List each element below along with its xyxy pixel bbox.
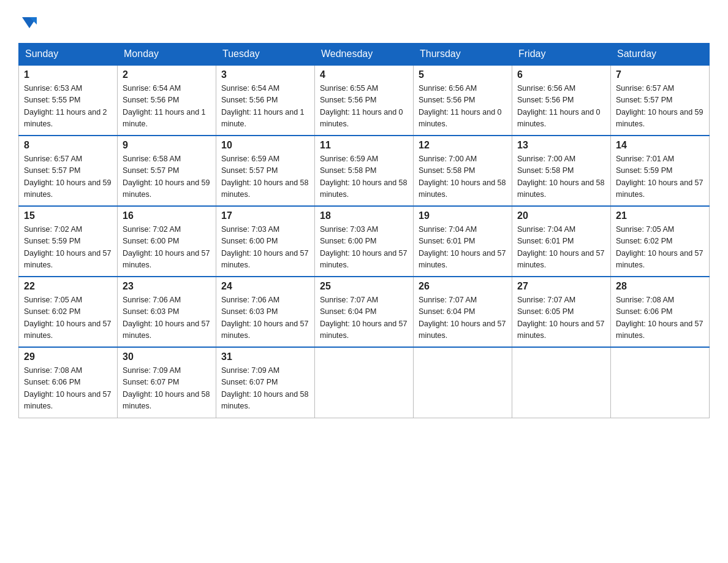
- day-info: Sunrise: 7:06 AMSunset: 6:03 PMDaylight:…: [221, 294, 309, 342]
- day-number: 23: [123, 281, 211, 292]
- day-info: Sunrise: 6:58 AMSunset: 5:57 PMDaylight:…: [123, 153, 211, 201]
- calendar-cell: 1 Sunrise: 6:53 AMSunset: 5:55 PMDayligh…: [19, 65, 118, 136]
- column-header-monday: Monday: [118, 44, 216, 66]
- column-header-wednesday: Wednesday: [315, 44, 414, 66]
- calendar-cell: 27 Sunrise: 7:07 AMSunset: 6:05 PMDaylig…: [512, 277, 611, 347]
- calendar-cell: 11 Sunrise: 6:59 AMSunset: 5:58 PMDaylig…: [315, 136, 414, 206]
- day-info: Sunrise: 6:57 AMSunset: 5:57 PMDaylight:…: [616, 83, 704, 131]
- column-header-saturday: Saturday: [611, 44, 710, 66]
- day-info: Sunrise: 7:04 AMSunset: 6:01 PMDaylight:…: [419, 224, 507, 272]
- calendar-table: SundayMondayTuesdayWednesdayThursdayFrid…: [18, 43, 710, 418]
- day-info: Sunrise: 7:01 AMSunset: 5:59 PMDaylight:…: [616, 153, 704, 201]
- column-header-thursday: Thursday: [414, 44, 512, 66]
- day-number: 17: [221, 210, 309, 221]
- calendar-cell: 25 Sunrise: 7:07 AMSunset: 6:04 PMDaylig…: [315, 277, 414, 347]
- calendar-cell: 31 Sunrise: 7:09 AMSunset: 6:07 PMDaylig…: [216, 347, 315, 418]
- calendar-cell: 2 Sunrise: 6:54 AMSunset: 5:56 PMDayligh…: [118, 65, 216, 136]
- day-number: 3: [221, 69, 309, 80]
- week-row-5: 29 Sunrise: 7:08 AMSunset: 6:06 PMDaylig…: [19, 347, 710, 418]
- day-number: 6: [517, 69, 605, 80]
- week-row-1: 1 Sunrise: 6:53 AMSunset: 5:55 PMDayligh…: [19, 65, 710, 136]
- day-info: Sunrise: 6:54 AMSunset: 5:56 PMDaylight:…: [123, 83, 211, 131]
- day-number: 4: [320, 69, 408, 80]
- calendar-cell: 14 Sunrise: 7:01 AMSunset: 5:59 PMDaylig…: [611, 136, 710, 206]
- day-info: Sunrise: 6:59 AMSunset: 5:58 PMDaylight:…: [320, 153, 408, 201]
- day-info: Sunrise: 7:06 AMSunset: 6:03 PMDaylight:…: [123, 294, 211, 342]
- day-info: Sunrise: 6:56 AMSunset: 5:56 PMDaylight:…: [517, 83, 605, 131]
- day-info: Sunrise: 7:09 AMSunset: 6:07 PMDaylight:…: [221, 365, 309, 413]
- day-info: Sunrise: 7:08 AMSunset: 6:06 PMDaylight:…: [616, 294, 704, 342]
- day-number: 8: [24, 140, 112, 151]
- calendar-cell: 17 Sunrise: 7:03 AMSunset: 6:00 PMDaylig…: [216, 206, 315, 277]
- day-number: 25: [320, 281, 408, 292]
- calendar-cell: 30 Sunrise: 7:09 AMSunset: 6:07 PMDaylig…: [118, 347, 216, 418]
- week-row-4: 22 Sunrise: 7:05 AMSunset: 6:02 PMDaylig…: [19, 277, 710, 347]
- day-info: Sunrise: 6:55 AMSunset: 5:56 PMDaylight:…: [320, 83, 408, 131]
- calendar-cell: 20 Sunrise: 7:04 AMSunset: 6:01 PMDaylig…: [512, 206, 611, 277]
- calendar-cell: [512, 347, 611, 418]
- calendar-cell: [611, 347, 710, 418]
- calendar-cell: 3 Sunrise: 6:54 AMSunset: 5:56 PMDayligh…: [216, 65, 315, 136]
- day-info: Sunrise: 7:00 AMSunset: 5:58 PMDaylight:…: [419, 153, 507, 201]
- day-number: 16: [123, 210, 211, 221]
- day-number: 19: [419, 210, 507, 221]
- day-info: Sunrise: 6:57 AMSunset: 5:57 PMDaylight:…: [24, 153, 112, 201]
- calendar-cell: 15 Sunrise: 7:02 AMSunset: 5:59 PMDaylig…: [19, 206, 118, 277]
- week-row-3: 15 Sunrise: 7:02 AMSunset: 5:59 PMDaylig…: [19, 206, 710, 277]
- calendar-header-row: SundayMondayTuesdayWednesdayThursdayFrid…: [19, 44, 710, 66]
- calendar-cell: [414, 347, 512, 418]
- day-number: 24: [221, 281, 309, 292]
- day-info: Sunrise: 6:53 AMSunset: 5:55 PMDaylight:…: [24, 83, 112, 131]
- calendar-cell: 4 Sunrise: 6:55 AMSunset: 5:56 PMDayligh…: [315, 65, 414, 136]
- day-info: Sunrise: 7:05 AMSunset: 6:02 PMDaylight:…: [24, 294, 112, 342]
- day-number: 27: [517, 281, 605, 292]
- calendar-cell: 13 Sunrise: 7:00 AMSunset: 5:58 PMDaylig…: [512, 136, 611, 206]
- calendar-cell: 26 Sunrise: 7:07 AMSunset: 6:04 PMDaylig…: [414, 277, 512, 347]
- day-info: Sunrise: 7:02 AMSunset: 5:59 PMDaylight:…: [24, 224, 112, 272]
- calendar-cell: 9 Sunrise: 6:58 AMSunset: 5:57 PMDayligh…: [118, 136, 216, 206]
- day-number: 2: [123, 69, 211, 80]
- day-info: Sunrise: 7:00 AMSunset: 5:58 PMDaylight:…: [517, 153, 605, 201]
- day-info: Sunrise: 7:09 AMSunset: 6:07 PMDaylight:…: [123, 365, 211, 413]
- day-number: 30: [123, 351, 211, 362]
- calendar-cell: 28 Sunrise: 7:08 AMSunset: 6:06 PMDaylig…: [611, 277, 710, 347]
- column-header-sunday: Sunday: [19, 44, 118, 66]
- calendar-cell: 8 Sunrise: 6:57 AMSunset: 5:57 PMDayligh…: [19, 136, 118, 206]
- day-number: 31: [221, 351, 309, 362]
- day-number: 29: [24, 351, 112, 362]
- calendar-cell: 18 Sunrise: 7:03 AMSunset: 6:00 PMDaylig…: [315, 206, 414, 277]
- day-number: 21: [616, 210, 704, 221]
- day-number: 10: [221, 140, 309, 151]
- day-number: 20: [517, 210, 605, 221]
- day-info: Sunrise: 7:02 AMSunset: 6:00 PMDaylight:…: [123, 224, 211, 272]
- day-number: 11: [320, 140, 408, 151]
- calendar-cell: 19 Sunrise: 7:04 AMSunset: 6:01 PMDaylig…: [414, 206, 512, 277]
- day-number: 9: [123, 140, 211, 151]
- day-number: 28: [616, 281, 704, 292]
- calendar-cell: 10 Sunrise: 6:59 AMSunset: 5:57 PMDaylig…: [216, 136, 315, 206]
- calendar-cell: 12 Sunrise: 7:00 AMSunset: 5:58 PMDaylig…: [414, 136, 512, 206]
- calendar-cell: 21 Sunrise: 7:05 AMSunset: 6:02 PMDaylig…: [611, 206, 710, 277]
- calendar-cell: 16 Sunrise: 7:02 AMSunset: 6:00 PMDaylig…: [118, 206, 216, 277]
- day-info: Sunrise: 6:54 AMSunset: 5:56 PMDaylight:…: [221, 83, 309, 131]
- day-number: 5: [419, 69, 507, 80]
- day-info: Sunrise: 6:56 AMSunset: 5:56 PMDaylight:…: [419, 83, 507, 131]
- column-header-friday: Friday: [512, 44, 611, 66]
- day-number: 15: [24, 210, 112, 221]
- logo: [18, 12, 40, 32]
- calendar-cell: 24 Sunrise: 7:06 AMSunset: 6:03 PMDaylig…: [216, 277, 315, 347]
- day-number: 12: [419, 140, 507, 151]
- day-info: Sunrise: 7:07 AMSunset: 6:04 PMDaylight:…: [320, 294, 408, 342]
- calendar-cell: 23 Sunrise: 7:06 AMSunset: 6:03 PMDaylig…: [118, 277, 216, 347]
- day-number: 14: [616, 140, 704, 151]
- calendar-cell: [315, 347, 414, 418]
- column-header-tuesday: Tuesday: [216, 44, 315, 66]
- day-number: 18: [320, 210, 408, 221]
- calendar-cell: 29 Sunrise: 7:08 AMSunset: 6:06 PMDaylig…: [19, 347, 118, 418]
- calendar-cell: 22 Sunrise: 7:05 AMSunset: 6:02 PMDaylig…: [19, 277, 118, 347]
- calendar-cell: 5 Sunrise: 6:56 AMSunset: 5:56 PMDayligh…: [414, 65, 512, 136]
- page-header: [18, 12, 710, 32]
- day-info: Sunrise: 7:03 AMSunset: 6:00 PMDaylight:…: [221, 224, 309, 272]
- day-number: 7: [616, 69, 704, 80]
- day-info: Sunrise: 7:07 AMSunset: 6:05 PMDaylight:…: [517, 294, 605, 342]
